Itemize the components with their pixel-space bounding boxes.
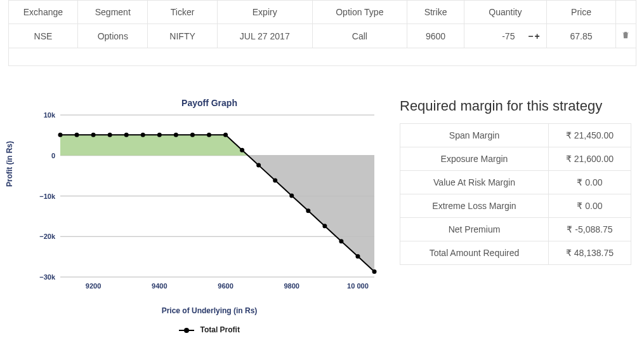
svg-point-18 — [108, 133, 112, 137]
payoff-chart: Payoff Graph Profit (in Rs) 10k0−10k−20k… — [13, 98, 381, 334]
position-row: NSE Options NIFTY JUL 27 2017 Call 9600 … — [8, 24, 636, 48]
svg-point-24 — [207, 133, 211, 137]
chart-legend: Total Profit — [38, 325, 381, 334]
svg-point-19 — [124, 133, 129, 137]
chart-ylabel: Profit (in Rs) — [5, 141, 14, 187]
position-price[interactable]: 67.85 — [546, 24, 616, 48]
col-quantity: Quantity — [464, 1, 546, 24]
svg-text:−30k: −30k — [39, 273, 56, 281]
svg-point-28 — [273, 179, 277, 183]
position-option-type[interactable]: Call — [312, 24, 407, 48]
svg-point-34 — [372, 269, 377, 274]
chart-xlabel: Price of Underlying (in Rs) — [38, 306, 381, 315]
col-ticker: Ticker — [148, 1, 218, 24]
position-expiry[interactable]: JUL 27 2017 — [217, 24, 312, 48]
margin-row: Value At Risk Margin₹ 0.00 — [400, 171, 631, 194]
svg-text:−20k: −20k — [39, 233, 56, 240]
svg-point-17 — [91, 133, 96, 137]
margin-value: ₹ 48,138.75 — [549, 241, 631, 265]
svg-text:10k: 10k — [44, 112, 56, 119]
svg-point-26 — [240, 148, 244, 152]
svg-text:9800: 9800 — [284, 282, 299, 290]
position-segment[interactable]: Options — [78, 24, 148, 48]
svg-text:9200: 9200 — [86, 282, 101, 290]
margin-label: Net Premium — [400, 218, 549, 241]
col-actions — [616, 1, 636, 24]
svg-point-15 — [58, 133, 63, 137]
margin-row: Total Amount Required₹ 48,138.75 — [400, 241, 631, 265]
margin-row: Exposure Margin₹ 21,600.00 — [400, 147, 631, 171]
svg-text:0: 0 — [51, 152, 55, 159]
quantity-stepper[interactable]: −+ — [528, 31, 541, 41]
margin-row: Span Margin₹ 21,450.00 — [400, 124, 631, 147]
margin-row: Extreme Loss Margin₹ 0.00 — [400, 194, 631, 218]
margin-label: Exposure Margin — [400, 147, 549, 171]
svg-point-29 — [289, 193, 294, 198]
position-strike[interactable]: 9600 — [407, 24, 464, 48]
svg-text:9600: 9600 — [218, 282, 233, 290]
position-header-row: Exchange Segment Ticker Expiry Option Ty… — [8, 1, 636, 24]
col-option-type: Option Type — [312, 1, 407, 24]
margin-value: ₹ 0.00 — [549, 194, 631, 218]
position-exchange[interactable]: NSE — [8, 24, 78, 48]
legend-label: Total Profit — [200, 325, 239, 334]
chart-title: Payoff Graph — [38, 98, 381, 108]
delete-row-button[interactable] — [616, 24, 636, 48]
svg-point-22 — [174, 133, 178, 137]
legend-marker-icon — [179, 330, 194, 331]
svg-point-33 — [355, 254, 360, 259]
margin-label: Span Margin — [400, 124, 549, 147]
col-price: Price — [546, 1, 616, 24]
margin-value: ₹ 21,450.00 — [549, 124, 631, 147]
margin-table: Span Margin₹ 21,450.00Exposure Margin₹ 2… — [400, 123, 631, 265]
svg-point-30 — [306, 208, 310, 213]
margin-row: Net Premium₹ -5,088.75 — [400, 218, 631, 241]
svg-point-27 — [256, 163, 261, 168]
position-table: Exchange Segment Ticker Expiry Option Ty… — [8, 0, 636, 66]
svg-text:9400: 9400 — [152, 282, 167, 290]
margin-title: Required margin for this strategy — [400, 98, 631, 114]
svg-text:−10k: −10k — [39, 193, 56, 200]
margin-value: ₹ 21,600.00 — [549, 147, 631, 171]
margin-label: Total Amount Required — [400, 241, 549, 265]
position-empty-row — [8, 48, 636, 66]
col-segment: Segment — [78, 1, 148, 24]
col-strike: Strike — [407, 1, 464, 24]
svg-point-25 — [223, 133, 228, 137]
trash-icon — [621, 30, 630, 39]
margin-label: Value At Risk Margin — [400, 171, 549, 194]
margin-value: ₹ -5,088.75 — [549, 218, 631, 241]
chart-svg: 10k0−10k−20k−30k920094009600980010 000 — [25, 112, 381, 296]
svg-point-21 — [157, 133, 162, 137]
svg-point-16 — [75, 133, 79, 137]
svg-text:10 000: 10 000 — [347, 282, 369, 290]
svg-point-32 — [339, 239, 343, 243]
svg-point-31 — [322, 224, 327, 228]
col-exchange: Exchange — [8, 1, 78, 24]
svg-point-20 — [141, 133, 145, 137]
position-quantity-value[interactable]: -75 — [502, 31, 515, 41]
svg-point-23 — [190, 133, 195, 137]
margin-label: Extreme Loss Margin — [400, 194, 549, 218]
margin-panel: Required margin for this strategy Span M… — [400, 98, 631, 265]
position-quantity-cell: -75 −+ — [464, 24, 546, 48]
position-ticker[interactable]: NIFTY — [148, 24, 218, 48]
col-expiry: Expiry — [217, 1, 312, 24]
margin-value: ₹ 0.00 — [549, 171, 631, 194]
